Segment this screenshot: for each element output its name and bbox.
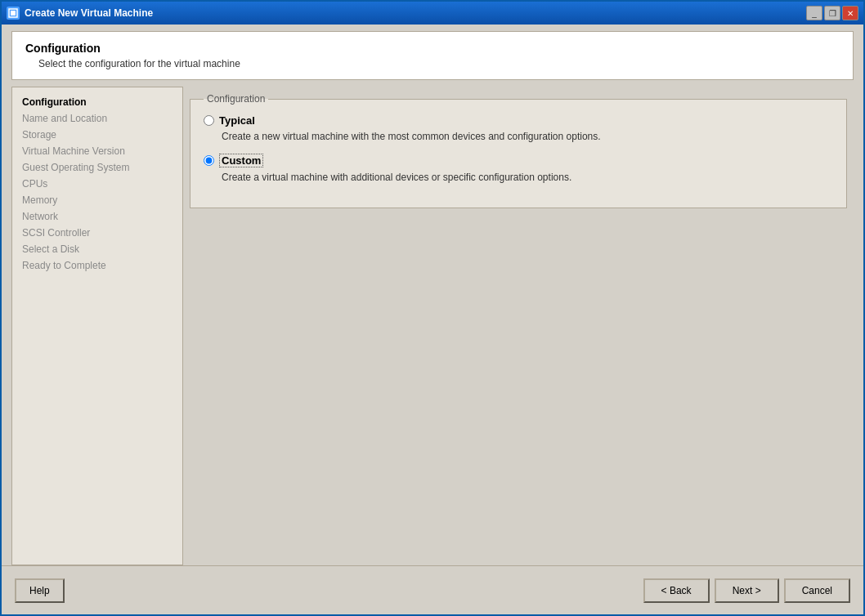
close-button[interactable]: ✕ bbox=[842, 6, 858, 20]
bottom-bar: Help < Back Next > Cancel bbox=[2, 565, 863, 614]
bottom-right: < Back Next > Cancel bbox=[643, 578, 850, 603]
typical-option: Typical Create a new virtual machine wit… bbox=[204, 114, 833, 144]
sidebar-item-network: Network bbox=[12, 208, 182, 225]
typical-description: Create a new virtual machine with the mo… bbox=[222, 130, 833, 144]
back-button[interactable]: < Back bbox=[643, 578, 710, 603]
bottom-left: Help bbox=[15, 578, 643, 603]
window-controls: _ ❐ ✕ bbox=[806, 6, 858, 20]
sidebar-item-memory: Memory bbox=[12, 192, 182, 208]
page-title: Configuration bbox=[25, 42, 840, 55]
page-subtitle: Select the configuration for the virtual… bbox=[38, 58, 840, 69]
help-button[interactable]: Help bbox=[15, 578, 65, 603]
typical-label-row: Typical bbox=[204, 114, 833, 127]
cancel-button[interactable]: Cancel bbox=[784, 578, 850, 603]
content-area: Configuration Select the configuration f… bbox=[2, 25, 863, 565]
restore-button[interactable]: ❐ bbox=[824, 6, 840, 20]
sidebar-item-cpus: CPUs bbox=[12, 176, 182, 192]
fieldset-legend: Configuration bbox=[204, 93, 268, 105]
sidebar: Configuration Name and Location Storage … bbox=[11, 87, 183, 565]
sidebar-item-name-location: Name and Location bbox=[12, 110, 182, 127]
sidebar-item-guest-os: Guest Operating System bbox=[12, 159, 182, 176]
header-section: Configuration Select the configuration f… bbox=[11, 31, 854, 80]
sidebar-item-ready-complete: Ready to Complete bbox=[12, 257, 182, 274]
typical-radio[interactable] bbox=[204, 115, 214, 126]
typical-title[interactable]: Typical bbox=[219, 114, 255, 127]
sidebar-item-storage: Storage bbox=[12, 127, 182, 143]
title-bar: Create New Virtual Machine _ ❐ ✕ bbox=[2, 2, 863, 25]
sidebar-item-vm-version: Virtual Machine Version bbox=[12, 143, 182, 159]
minimize-button[interactable]: _ bbox=[806, 6, 822, 20]
sidebar-item-scsi: SCSI Controller bbox=[12, 225, 182, 241]
svg-rect-1 bbox=[11, 11, 16, 16]
main-content: Configuration Name and Location Storage … bbox=[11, 87, 854, 565]
custom-description: Create a virtual machine with additional… bbox=[222, 171, 833, 185]
sidebar-item-configuration[interactable]: Configuration bbox=[12, 94, 182, 110]
configuration-fieldset: Configuration Typical Create a new virtu… bbox=[190, 93, 847, 208]
sidebar-item-select-disk: Select a Disk bbox=[12, 241, 182, 257]
custom-title[interactable]: Custom bbox=[219, 154, 263, 167]
next-button[interactable]: Next > bbox=[715, 578, 779, 603]
right-panel: Configuration Typical Create a new virtu… bbox=[183, 87, 854, 565]
window-icon bbox=[7, 7, 20, 20]
custom-option: Custom Create a virtual machine with add… bbox=[204, 154, 833, 185]
main-window: Create New Virtual Machine _ ❐ ✕ Configu… bbox=[0, 0, 865, 616]
custom-radio[interactable] bbox=[204, 155, 214, 166]
window-title: Create New Virtual Machine bbox=[25, 7, 801, 19]
custom-label-row: Custom bbox=[204, 154, 833, 167]
